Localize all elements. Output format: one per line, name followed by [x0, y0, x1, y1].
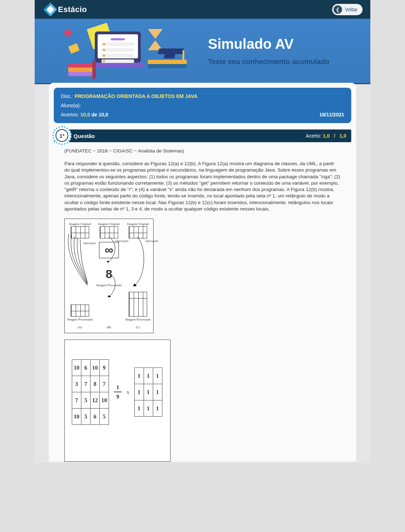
brand-name: Estácio [58, 5, 87, 14]
fig2-matrix-a: 106109 3787 751210 10565 [72, 359, 109, 425]
question-source: (FUNDATEC − 2018 − CIGA/SC − Analista de… [64, 148, 341, 154]
page: Estácio ❮ Voltar Simulado AV Teste seu c… [35, 0, 370, 463]
banner: Simulado AV Teste seu conhecimento acumu… [35, 19, 370, 84]
fig2-fraction: 1 9 [114, 383, 122, 401]
grid-icon [71, 305, 89, 317]
question-title: Questão [74, 133, 95, 139]
meta-student: Aluno(a): [61, 103, 344, 108]
back-button-label: Voltar [345, 7, 358, 12]
brand-logo-icon [45, 5, 55, 15]
back-button[interactable]: ❮ Voltar [332, 4, 363, 15]
content-card: Disc.: PROGRAMAÇÃO ORIENTADA A OBJETOS E… [49, 83, 356, 462]
topbar: Estácio ❮ Voltar [35, 0, 370, 19]
meta-date: 18/11/2021 [319, 112, 344, 117]
banner-title: Simulado AV [208, 36, 329, 52]
fig1-col-c: Imagem Original Operação Imagem Processa… [125, 222, 151, 329]
brand-logo[interactable]: Estácio [45, 5, 87, 15]
fig2-matrix-b: 111 111 111 [134, 368, 162, 417]
fig1-col-a: Imagem Original Operação Imagem Proc [67, 222, 93, 329]
question-score: Acerto: 1,0 / 1,0 [306, 133, 346, 139]
question-number-badge: 1ª [52, 126, 71, 145]
banner-subtitle: Teste seu conhecimento acumulado [208, 58, 329, 66]
chevron-left-icon: ❮ [334, 5, 342, 14]
exam-meta-box: Disc.: PROGRAMAÇÃO ORIENTADA A OBJETOS E… [54, 88, 351, 123]
grid-icon [129, 292, 147, 317]
meta-discipline: Disc.: PROGRAMAÇÃO ORIENTADA A OBJETOS E… [61, 93, 344, 99]
fig1-col-b: Imagem Original Operação ∞ 8 [96, 222, 122, 329]
question-figure-2: 106109 3787 751210 10565 1 9 x 111 [64, 340, 170, 462]
meta-score-date: Acertos: 10,0 de 10,0 18/11/2021 [61, 112, 344, 117]
question-block: 1ª Questão Acerto: 1,0 / 1,0 (FUNDATEC −… [54, 129, 351, 462]
question-header: 1ª Questão Acerto: 1,0 / 1,0 [54, 129, 351, 142]
multiply-icon: x [127, 388, 129, 395]
question-text: Para responder à questão, considere as F… [64, 161, 341, 212]
banner-illustration [45, 23, 180, 79]
question-body: (FUNDATEC − 2018 − CIGA/SC − Analista de… [54, 142, 351, 462]
question-figure-1: Imagem Original Operação Imagem Proc [64, 219, 154, 333]
